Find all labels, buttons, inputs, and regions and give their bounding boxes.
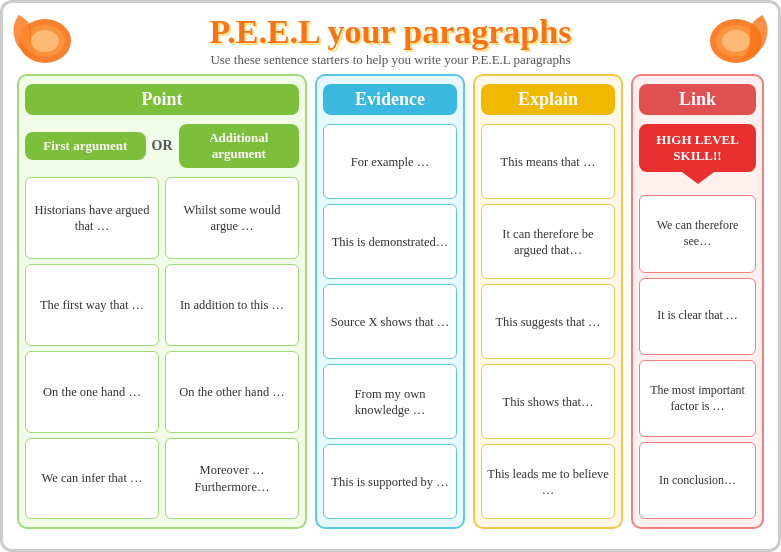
link-header: Link (639, 84, 756, 115)
ev-cell-1: For example … (323, 124, 457, 199)
link-cells: We can therefore see… It is clear that …… (639, 195, 756, 519)
lk-cell-4: In conclusion… (639, 442, 756, 519)
header: P.E.E.L your paragraphs Use these senten… (17, 13, 764, 68)
point-sub-headers: First argument OR Additional argument (25, 124, 299, 168)
ex-cell-3: This suggests that … (481, 284, 615, 359)
high-level-badge: HIGH LEVEL SKILL!! (639, 124, 756, 172)
first-argument-label: First argument (25, 132, 146, 160)
columns-container: Point First argument OR Additional argum… (17, 74, 764, 529)
link-column: Link HIGH LEVEL SKILL!! We can therefore… (631, 74, 764, 529)
point-cell-3-1: On the one hand … (25, 351, 159, 433)
point-cell-3-2: On the other hand … (165, 351, 299, 433)
page-subtitle: Use these sentence starters to help you … (17, 52, 764, 68)
point-row-3: On the one hand … On the other hand … (25, 351, 299, 433)
point-row-1: Historians have argued that … Whilst som… (25, 177, 299, 259)
point-header: Point (25, 84, 299, 115)
ev-cell-4: From my own knowledge … (323, 364, 457, 439)
additional-argument-label: Additional argument (179, 124, 300, 168)
point-cell-4-1: We can infer that … (25, 438, 159, 520)
point-rows: Historians have argued that … Whilst som… (25, 177, 299, 519)
lk-cell-1: We can therefore see… (639, 195, 756, 272)
ex-cell-1: This means that … (481, 124, 615, 199)
point-row-4: We can infer that … Moreover … Furthermo… (25, 438, 299, 520)
point-cell-2-1: The first way that … (25, 264, 159, 346)
page-title: P.E.E.L your paragraphs (17, 13, 764, 50)
evidence-header: Evidence (323, 84, 457, 115)
ev-cell-5: This is supported by … (323, 444, 457, 519)
explain-column: Explain This means that … It can therefo… (473, 74, 623, 529)
point-column: Point First argument OR Additional argum… (17, 74, 307, 529)
lk-cell-3: The most important factor is … (639, 360, 756, 437)
explain-header: Explain (481, 84, 615, 115)
ex-cell-5: This leads me to believe … (481, 444, 615, 519)
ev-cell-2: This is demonstrated… (323, 204, 457, 279)
ex-cell-4: This shows that… (481, 364, 615, 439)
or-label: OR (152, 138, 173, 154)
point-row-2: The first way that … In addition to this… (25, 264, 299, 346)
page: P.E.E.L your paragraphs Use these senten… (0, 0, 781, 552)
lk-cell-2: It is clear that … (639, 278, 756, 355)
evidence-column: Evidence For example … This is demonstra… (315, 74, 465, 529)
point-cell-1-2: Whilst some would argue … (165, 177, 299, 259)
ev-cell-3: Source X shows that … (323, 284, 457, 359)
ex-cell-2: It can therefore be argued that… (481, 204, 615, 279)
point-cell-2-2: In addition to this … (165, 264, 299, 346)
point-cell-1-1: Historians have argued that … (25, 177, 159, 259)
point-cell-4-2: Moreover … Furthermore… (165, 438, 299, 520)
